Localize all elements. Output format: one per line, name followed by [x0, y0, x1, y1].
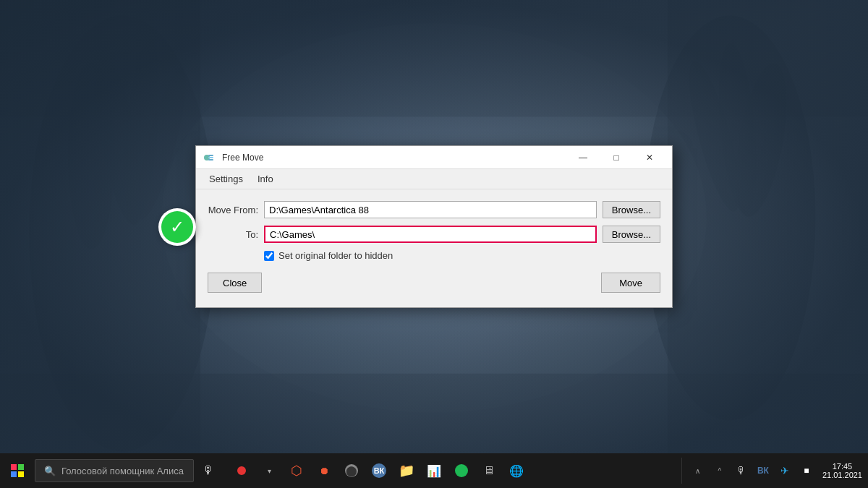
to-label: To: — [208, 229, 258, 240]
dialog-overlay: ✓ Free Move — □ ✕ Settings Info — [0, 0, 868, 453]
checkbox-row: Set original folder to hidden — [264, 250, 660, 261]
tray-vk[interactable]: ВК — [753, 458, 773, 484]
record-dot — [237, 466, 246, 475]
svg-rect-15 — [208, 155, 213, 156]
tray-network[interactable]: ■ — [796, 458, 817, 484]
folder-symbol: 📁 — [399, 463, 414, 479]
search-box[interactable]: 🔍 Голосовой помощник Алиса — [35, 459, 194, 482]
menubar: Settings Info — [196, 169, 672, 189]
free-move-dialog: ✓ Free Move — □ ✕ Settings Info — [195, 145, 673, 308]
taskbar-app1-icon[interactable]: ⬡ — [284, 458, 310, 484]
spotify-symbol — [455, 464, 468, 477]
move-from-row: Move From: Browse... — [208, 201, 660, 218]
taskbar-apps: ▾ ⬡ ⏺ ⬤ ВК 📁 📊 🖥 🌐 — [229, 458, 529, 484]
tray-telegram[interactable]: ✈ — [775, 458, 795, 484]
search-icon: 🔍 — [44, 466, 56, 476]
search-text: Голосовой помощник Алиса — [61, 466, 184, 476]
taskbar-mic-button[interactable]: 🎙 — [194, 453, 223, 488]
app1-symbol: ⬡ — [291, 463, 302, 479]
hidden-checkbox-label: Set original folder to hidden — [278, 250, 393, 261]
taskbar-app8-icon[interactable]: 🌐 — [503, 458, 529, 484]
hidden-checkbox[interactable] — [264, 251, 274, 261]
dialog-content: Move From: Browse... To: Browse... Set o… — [196, 189, 672, 307]
close-button[interactable]: Close — [208, 273, 262, 293]
window-controls: — □ ✕ — [566, 146, 666, 169]
system-tray: ∧ ^ 🎙 ВК ✈ ■ — [681, 458, 817, 484]
checkmark-icon: ✓ — [161, 211, 193, 243]
dialog-footer: Close Move — [208, 273, 660, 296]
taskbar-vk-icon[interactable]: ВК — [366, 458, 392, 484]
vk-symbol: ВК — [372, 463, 386, 478]
svg-rect-21 — [18, 471, 24, 477]
taskbar-folder-icon[interactable]: 📁 — [393, 458, 420, 484]
clock-date: 21.01.2021 — [822, 471, 862, 479]
maximize-button[interactable]: □ — [600, 146, 633, 169]
menu-settings[interactable]: Settings — [202, 171, 250, 187]
svg-rect-17 — [208, 159, 213, 160]
minimize-button[interactable]: — — [566, 146, 600, 169]
to-row: To: Browse... — [208, 226, 660, 243]
taskbar-chart-icon[interactable]: 📊 — [421, 458, 447, 484]
svg-rect-18 — [11, 464, 17, 470]
svg-rect-19 — [18, 464, 24, 470]
dialog-titlebar: Free Move — □ ✕ — [196, 146, 672, 169]
app2-symbol: ⏺ — [319, 465, 329, 476]
taskbar-app7-icon[interactable]: 🖥 — [476, 458, 502, 484]
dialog-title: Free Move — [222, 153, 566, 163]
taskbar-app2-icon[interactable]: ⏺ — [311, 458, 337, 484]
taskbar: 🔍 Голосовой помощник Алиса 🎙 ▾ ⬡ ⏺ ⬤ ВК … — [0, 453, 868, 488]
chart-symbol: 📊 — [427, 464, 441, 478]
svg-rect-20 — [11, 471, 17, 477]
taskbar-spotify-icon[interactable] — [448, 458, 475, 484]
app-icon — [202, 150, 216, 165]
start-button[interactable] — [0, 453, 35, 488]
app8-symbol: 🌐 — [509, 464, 524, 478]
app7-symbol: 🖥 — [483, 464, 495, 477]
taskbar-app3-icon[interactable]: ⬤ — [339, 458, 365, 484]
taskbar-clock[interactable]: 17:45 21.01.2021 — [817, 462, 868, 479]
clock-time: 17:45 — [833, 462, 853, 471]
move-button[interactable]: Move — [601, 273, 660, 293]
tray-mic[interactable]: 🎙 — [731, 458, 752, 484]
close-window-button[interactable]: ✕ — [633, 146, 666, 169]
browse-to-button[interactable]: Browse... — [603, 226, 660, 243]
taskbar-dropdown-button[interactable]: ▾ — [256, 458, 282, 484]
mic-icon: 🎙 — [203, 464, 214, 477]
menu-info[interactable]: Info — [250, 171, 281, 187]
tray-up-arrow[interactable]: ^ — [710, 458, 730, 484]
taskbar-record-button[interactable] — [229, 458, 255, 484]
tray-chevron[interactable]: ∧ — [688, 458, 708, 484]
app3-symbol: ⬤ — [345, 464, 358, 477]
success-badge: ✓ — [158, 208, 196, 246]
browse-from-button[interactable]: Browse... — [603, 201, 660, 218]
svg-rect-16 — [208, 157, 213, 158]
move-from-input[interactable] — [264, 201, 597, 218]
to-input[interactable] — [264, 226, 597, 243]
move-from-label: Move From: — [208, 205, 258, 215]
